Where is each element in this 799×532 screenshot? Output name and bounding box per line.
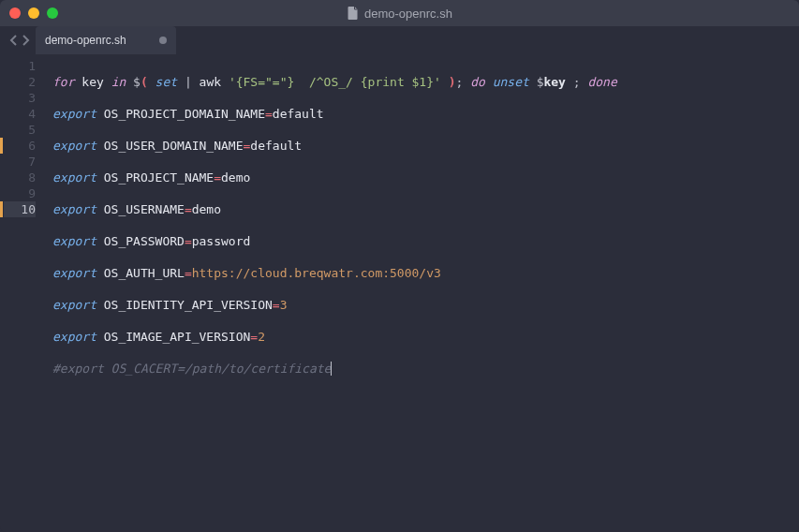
editor-window: demo-openrc.sh demo-openrc.sh 1 2 3 4 5	[0, 0, 799, 532]
code-line[interactable]: for key in $( set | awk '{FS="="} /^OS_/…	[52, 74, 799, 90]
code-line[interactable]: #export OS_CACERT=/path/to/certificate	[52, 361, 799, 377]
titlebar[interactable]: demo-openrc.sh	[0, 0, 799, 26]
back-button[interactable]	[9, 35, 19, 46]
modified-indicator-icon	[159, 37, 167, 44]
maximize-window-button[interactable]	[47, 7, 58, 19]
code-line[interactable]: export OS_PROJECT_NAME=demo	[52, 170, 799, 185]
code-content[interactable]: for key in $( set | awk '{FS="="} /^OS_/…	[45, 58, 799, 532]
code-line[interactable]: export OS_PASSWORD=password	[52, 233, 799, 249]
line-number: 10	[4, 201, 36, 217]
line-number-gutter: 1 2 3 4 5 6 7 8 9 10	[4, 58, 45, 532]
code-line[interactable]: export OS_AUTH_URL=https://cloud.breqwat…	[52, 265, 799, 281]
text-cursor	[331, 362, 332, 376]
editor-area[interactable]: 1 2 3 4 5 6 7 8 9 10 for key in $( set |…	[0, 54, 799, 532]
code-line[interactable]: export OS_USER_DOMAIN_NAME=default	[52, 138, 799, 154]
line-number: 2	[4, 74, 36, 90]
traffic-lights	[9, 7, 58, 19]
minimize-window-button[interactable]	[28, 7, 39, 19]
tabbar: demo-openrc.sh	[0, 26, 799, 54]
forward-button[interactable]	[21, 35, 30, 46]
diff-mark	[0, 201, 3, 217]
line-number: 1	[4, 58, 36, 74]
tab-demo-openrc[interactable]: demo-openrc.sh	[36, 26, 176, 54]
file-icon	[347, 7, 359, 21]
diff-gutter	[0, 58, 4, 532]
close-window-button[interactable]	[9, 7, 21, 19]
code-line[interactable]: export OS_IMAGE_API_VERSION=2	[52, 329, 799, 345]
line-number: 8	[4, 170, 36, 185]
line-number: 4	[4, 106, 36, 122]
code-line[interactable]: export OS_USERNAME=demo	[52, 201, 799, 217]
tab-label: demo-openrc.sh	[45, 34, 126, 47]
code-line[interactable]: export OS_PROJECT_DOMAIN_NAME=default	[52, 106, 799, 122]
line-number: 5	[4, 122, 36, 138]
diff-mark	[0, 138, 3, 154]
window-title-text: demo-openrc.sh	[364, 7, 452, 21]
line-number: 6	[4, 138, 36, 154]
window-title: demo-openrc.sh	[347, 7, 452, 21]
code-line[interactable]: export OS_IDENTITY_API_VERSION=3	[52, 297, 799, 313]
nav-arrows	[4, 26, 36, 54]
line-number: 9	[4, 185, 36, 201]
line-number: 3	[4, 90, 36, 106]
line-number: 7	[4, 154, 36, 170]
